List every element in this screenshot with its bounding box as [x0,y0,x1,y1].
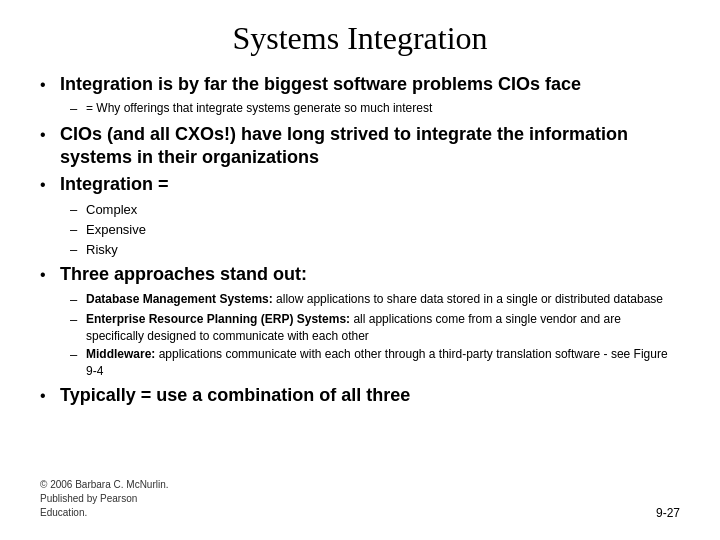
sub-text-4-1: Database Management Systems: allow appli… [86,291,680,308]
sub-item-4-2: – Enterprise Resource Planning (ERP) Sys… [70,311,680,345]
slide-footer: © 2006 Barbara C. McNurlin. Published by… [40,470,680,520]
footer-page: 9-27 [656,506,680,520]
bullet-text-5: Typically = use a combination of all thr… [60,384,680,407]
bullet-icon-4: • [40,263,60,286]
sub-rest-4-3: applications communicate with each other… [86,347,668,378]
sub-bold-4-1: Database Management Systems: [86,292,273,306]
bullet-item-5: • Typically = use a combination of all t… [40,384,680,407]
footer-copyright: © 2006 Barbara C. McNurlin. Published by… [40,478,169,520]
dash-icon-4-2: – [70,311,86,329]
sub-text-3-2: Expensive [86,221,680,239]
bullet-text-2: CIOs (and all CXOs!) have long strived t… [60,123,680,170]
sub-item-3-2: – Expensive [70,221,680,239]
sub-text-3-3: Risky [86,241,680,259]
dash-icon-4-3: – [70,346,86,364]
sub-rest-4-1: allow applications to share data stored … [273,292,663,306]
dash-icon-3-3: – [70,241,86,259]
bullet-item-3: • Integration = [40,173,680,196]
slide-title: Systems Integration [40,20,680,57]
bullet-item-4: • Three approaches stand out: [40,263,680,286]
sub-text-1-1: = Why offerings that integrate systems g… [86,100,680,117]
slide-content: • Integration is by far the biggest soft… [40,73,680,470]
dash-icon: – [70,100,86,118]
dash-icon-3-2: – [70,221,86,239]
sub-bold-4-2: Enterprise Resource Planning (ERP) Syste… [86,312,350,326]
sub-item-3-1: – Complex [70,201,680,219]
bullet-item-2: • CIOs (and all CXOs!) have long strived… [40,123,680,170]
bullet-text-3: Integration = [60,173,680,196]
bullet-icon-3: • [40,173,60,196]
sub-item-4-3: – Middleware: applications communicate w… [70,346,680,380]
slide-container: Systems Integration • Integration is by … [0,0,720,540]
bullet-text-4: Three approaches stand out: [60,263,680,286]
sub-bold-4-3: Middleware: [86,347,155,361]
dash-icon-3-1: – [70,201,86,219]
sub-item-3-3: – Risky [70,241,680,259]
bullet-icon-2: • [40,123,60,146]
bullet-item-1: • Integration is by far the biggest soft… [40,73,680,96]
sub-item-1-1: – = Why offerings that integrate systems… [70,100,680,118]
bullet-icon-5: • [40,384,60,407]
sub-item-4-1: – Database Management Systems: allow app… [70,291,680,309]
sub-text-4-3: Middleware: applications communicate wit… [86,346,680,380]
sub-text-3-1: Complex [86,201,680,219]
dash-icon-4-1: – [70,291,86,309]
sub-text-4-2: Enterprise Resource Planning (ERP) Syste… [86,311,680,345]
bullet-icon-1: • [40,73,60,96]
bullet-text-1: Integration is by far the biggest softwa… [60,73,680,96]
